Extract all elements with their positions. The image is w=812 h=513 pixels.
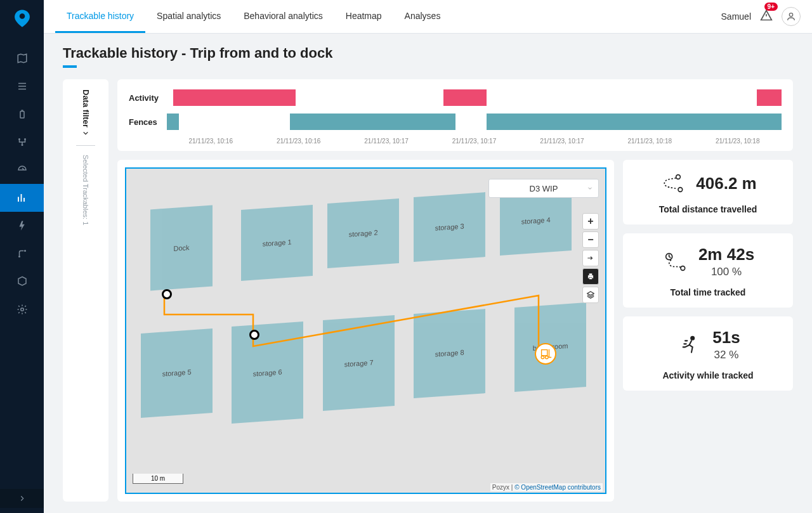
timeline-tick: 21/11/23, 10:16 — [254, 138, 342, 145]
timeline-tick: 21/11/23, 10:18 — [606, 138, 693, 145]
svg-point-0 — [19, 13, 25, 19]
map-zone[interactable]: storage 5 — [141, 328, 213, 418]
nav-item-dashboard[interactable] — [0, 156, 44, 184]
page-title: Trackable history - Trip from and to doc… — [63, 45, 793, 62]
svg-point-19 — [681, 266, 685, 270]
time-icon — [662, 250, 687, 274]
activity-bars[interactable] — [167, 89, 782, 106]
tab-analyses[interactable]: Analyses — [393, 0, 452, 33]
svg-point-3 — [18, 138, 20, 140]
map-zone[interactable]: Dock — [150, 205, 213, 291]
nav-item-list[interactable] — [0, 72, 44, 100]
svg-point-7 — [24, 250, 26, 252]
fences-bars[interactable] — [167, 114, 782, 130]
nav-item-settings[interactable] — [0, 295, 44, 323]
map-zone[interactable]: storage 2 — [327, 198, 399, 268]
stat-label: Activity while tracked — [662, 370, 753, 380]
map-credit: Pozyx | © OpenStreetMap contributors — [490, 483, 603, 491]
nav-items — [0, 44, 44, 323]
nav-item-cube[interactable] — [0, 268, 44, 295]
map-layer-select[interactable]: D3 WIP — [488, 179, 599, 198]
map-card: Dockstorage 1storage 2storage 3storage 4… — [117, 160, 614, 502]
page-title-underline — [63, 65, 77, 68]
header: Trackable history Spatial analytics Beha… — [44, 0, 812, 34]
nav-item-analytics[interactable] — [0, 184, 44, 212]
map-credit-link[interactable]: © OpenStreetMap contributors — [514, 484, 601, 491]
stat-sub: 32 % — [714, 349, 739, 361]
map-layers[interactable] — [582, 287, 599, 303]
data-filter-toggle[interactable]: Data filter — [81, 89, 91, 136]
forklift-icon — [539, 347, 553, 360]
selected-trackables-label: Selected Trackables: 1 — [82, 155, 89, 225]
map-print[interactable] — [582, 268, 599, 285]
map-viewport[interactable]: Dockstorage 1storage 2storage 3storage 4… — [125, 167, 606, 494]
username: Samuel — [721, 11, 751, 22]
header-right: Samuel 9+ — [721, 7, 801, 26]
nav-item-map[interactable] — [0, 44, 44, 72]
timeline-segment[interactable] — [487, 114, 782, 130]
timeline-tick: 21/11/23, 10:18 — [694, 138, 782, 145]
map-zone[interactable]: storage 8 — [414, 309, 485, 398]
path-marker-start — [162, 289, 172, 299]
timeline-tick: 21/11/23, 10:17 — [430, 138, 518, 145]
collapse-button[interactable] — [0, 489, 44, 508]
map-zone[interactable]: storage 3 — [414, 192, 485, 262]
svg-point-9 — [789, 13, 792, 16]
stat-value: 51s — [712, 328, 740, 347]
nav-item-route[interactable] — [0, 240, 44, 268]
timeline-tick: 21/11/23, 10:16 — [167, 138, 254, 145]
svg-point-20 — [691, 336, 694, 339]
tab-trackable-history[interactable]: Trackable history — [55, 0, 145, 33]
alert-triangle-icon — [760, 9, 773, 22]
tab-heatmap[interactable]: Heatmap — [334, 0, 393, 33]
user-icon — [786, 11, 796, 22]
stat-value: 406.2 m — [696, 174, 756, 193]
timeline-tick: 21/11/23, 10:17 — [343, 138, 430, 145]
nav-item-battery[interactable] — [0, 100, 44, 128]
tab-spatial-analytics[interactable]: Spatial analytics — [145, 0, 232, 33]
timeline-segment[interactable] — [757, 89, 782, 106]
distance-icon — [659, 171, 684, 195]
timeline-label-fences: Fences — [129, 117, 160, 127]
timeline-row-activity: Activity — [129, 89, 782, 106]
divider — [76, 145, 95, 146]
svg-point-12 — [546, 356, 549, 359]
timeline-row-fences: Fences — [129, 114, 782, 130]
timeline-ticks: 21/11/23, 10:1621/11/23, 10:1621/11/23, … — [129, 138, 782, 145]
stats-column: 406.2 m Total distance travelled 2m 42s … — [623, 160, 793, 502]
timeline-segment[interactable] — [173, 89, 296, 106]
svg-point-4 — [24, 138, 26, 140]
alerts-button[interactable]: 9+ — [760, 9, 773, 24]
map-zone[interactable]: storage 1 — [241, 205, 313, 281]
stat-sub: 100 % — [711, 266, 742, 278]
map-zone[interactable]: storage 6 — [232, 321, 303, 424]
forklift-marker — [535, 343, 556, 365]
stat-card-activity: 51s 32 % Activity while tracked — [623, 316, 793, 391]
svg-rect-15 — [589, 278, 593, 280]
svg-point-16 — [676, 175, 681, 179]
map-zoom-in[interactable]: + — [582, 213, 599, 230]
nav-item-power[interactable] — [0, 212, 44, 240]
timeline-segment[interactable] — [290, 114, 456, 130]
map-recenter[interactable] — [582, 250, 599, 266]
timeline-label-activity: Activity — [129, 93, 160, 103]
svg-point-6 — [18, 256, 20, 257]
svg-rect-14 — [589, 273, 593, 275]
svg-rect-2 — [21, 110, 23, 111]
alert-badge: 9+ — [764, 3, 778, 11]
nav-item-network[interactable] — [0, 128, 44, 156]
svg-point-8 — [20, 308, 23, 311]
header-tabs: Trackable history Spatial analytics Beha… — [55, 0, 452, 33]
timeline-segment[interactable] — [167, 114, 179, 130]
path-marker-mid — [249, 330, 259, 340]
map-zoom-out[interactable]: − — [582, 231, 599, 248]
stat-card-distance: 406.2 m Total distance travelled — [623, 160, 793, 224]
map-scale: 10 m — [133, 474, 183, 484]
avatar[interactable] — [782, 7, 801, 26]
map-zone[interactable]: storage 7 — [323, 315, 395, 411]
tab-behavioral-analytics[interactable]: Behavioral analytics — [232, 0, 334, 33]
timeline-segment[interactable] — [443, 89, 487, 106]
main: Trackable history - Trip from and to doc… — [44, 34, 812, 513]
stat-label: Total distance travelled — [659, 204, 757, 214]
filter-title: Data filter — [81, 89, 91, 127]
